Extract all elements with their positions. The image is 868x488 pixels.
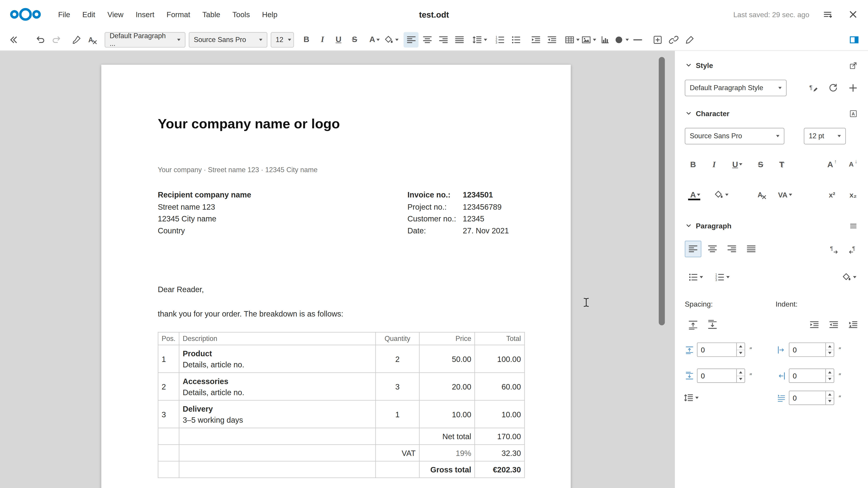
hanging-indent-button[interactable] <box>845 317 861 333</box>
character-spacing-button[interactable]: VA <box>774 186 796 203</box>
sidebar-clear-formatting-button[interactable] <box>753 186 770 203</box>
insert-object-button[interactable] <box>650 32 665 47</box>
salutation-text[interactable]: Dear Reader, <box>158 285 525 294</box>
document-canvas[interactable]: Your company name or logo Your company ·… <box>0 51 674 488</box>
document-page[interactable]: Your company name or logo Your company ·… <box>101 65 571 488</box>
recipient-street[interactable]: Street name 123 <box>158 201 291 213</box>
undo-icon[interactable] <box>33 32 48 47</box>
subscript-button[interactable]: x₂ <box>845 186 861 203</box>
style-section-header[interactable]: Style <box>685 59 858 72</box>
collapse-toolbar-icon[interactable] <box>5 32 20 47</box>
strikethrough-button[interactable]: S <box>347 32 362 47</box>
stepper[interactable] <box>825 369 834 382</box>
company-address-line[interactable]: Your company · Street name 123 · 12345 C… <box>158 165 525 174</box>
sidebar-underline-button[interactable]: U <box>727 156 748 173</box>
text-direction-ltr-button[interactable] <box>825 240 842 257</box>
close-icon[interactable] <box>846 7 860 22</box>
menu-table[interactable]: Table <box>196 7 226 22</box>
redo-icon[interactable] <box>49 32 64 47</box>
decrease-paragraph-spacing-button[interactable] <box>704 317 721 333</box>
spacing-below-spinner[interactable] <box>697 368 745 383</box>
table-row[interactable]: 2 AccessoriesDetails, article no. 3 20.0… <box>158 372 524 400</box>
sidebar-ordered-list-button[interactable] <box>711 269 733 285</box>
gross-total-row[interactable]: Gross total €202.30 <box>158 461 524 478</box>
sidebar-highlight-color-button[interactable] <box>710 186 731 203</box>
stepper[interactable] <box>825 343 834 356</box>
character-section-header[interactable]: Character <box>685 107 858 120</box>
track-changes-icon[interactable] <box>682 32 697 47</box>
menu-view[interactable]: View <box>101 7 129 22</box>
text-shadow-button[interactable]: T <box>773 156 790 173</box>
align-center-button[interactable] <box>420 32 434 47</box>
first-line-indent-spinner[interactable] <box>789 391 834 405</box>
sidebar-line-spacing-button[interactable] <box>680 390 702 406</box>
text-direction-rtl-button[interactable] <box>845 240 861 257</box>
insert-image-button[interactable] <box>581 32 596 47</box>
vertical-scrollbar[interactable] <box>659 57 665 325</box>
meta-row[interactable]: Date:27. Nov 2021 <box>407 225 525 237</box>
indent-after-spinner[interactable] <box>789 368 834 383</box>
stepper[interactable] <box>736 343 745 356</box>
character-dialog-icon[interactable] <box>848 109 858 118</box>
hide-menubar-icon[interactable] <box>820 7 835 22</box>
nextcloud-logo[interactable] <box>8 4 43 24</box>
sidebar-toggle-icon[interactable] <box>846 32 861 47</box>
menu-insert[interactable]: Insert <box>129 7 160 22</box>
intro-text[interactable]: thank you for your order. The breakdown … <box>158 309 525 319</box>
meta-row[interactable]: Project no.:123456789 <box>407 201 525 213</box>
insert-table-button[interactable] <box>564 32 580 47</box>
align-justify-button[interactable] <box>452 32 467 47</box>
update-style-icon[interactable] <box>825 80 841 96</box>
bold-button[interactable]: B <box>299 32 314 47</box>
spacing-above-spinner[interactable] <box>697 343 745 357</box>
sidebar-italic-button[interactable]: I <box>706 156 722 173</box>
sidebar-font-size-select[interactable]: 12 pt <box>804 128 846 144</box>
invoice-table[interactable]: Pos. Description Quantity Price Total 1 … <box>158 332 525 478</box>
sidebar-bullet-list-button[interactable] <box>685 269 706 285</box>
decrease-indent-button[interactable] <box>544 32 559 47</box>
highlight-color-button[interactable] <box>383 32 399 47</box>
font-name-select[interactable]: Source Sans Pro <box>189 32 268 47</box>
meta-row[interactable]: Customer no.:12345 <box>407 213 525 225</box>
increase-indent-button[interactable] <box>528 32 543 47</box>
clear-formatting-icon[interactable] <box>85 32 100 47</box>
sidebar-align-center-button[interactable] <box>704 240 721 257</box>
stepper[interactable] <box>825 391 834 404</box>
recipient-name[interactable]: Recipient company name <box>158 189 291 201</box>
sidebar-strikethrough-button[interactable]: S <box>752 156 769 173</box>
menu-tools[interactable]: Tools <box>226 7 256 22</box>
sidebar-font-color-button[interactable]: A <box>685 186 706 203</box>
align-left-button[interactable] <box>403 32 418 47</box>
company-heading[interactable]: Your company name or logo <box>158 116 525 132</box>
spacing-above-input[interactable] <box>698 346 736 354</box>
insert-horizontal-line-button[interactable] <box>630 32 645 47</box>
sidebar-align-left-button[interactable] <box>685 240 701 257</box>
sidebar-font-name-select[interactable]: Source Sans Pro <box>685 128 784 144</box>
indent-before-spinner[interactable] <box>789 343 834 357</box>
insert-chart-button[interactable] <box>597 32 612 47</box>
underline-button[interactable]: U <box>331 32 346 47</box>
meta-row[interactable]: Invoice no.:1234501 <box>407 189 525 201</box>
table-row[interactable]: 3 Delivery3–5 working days 1 10.00 10.00 <box>158 400 524 428</box>
align-right-button[interactable] <box>436 32 451 47</box>
menu-help[interactable]: Help <box>256 7 283 22</box>
first-line-indent-input[interactable] <box>789 394 825 402</box>
net-total-row[interactable]: Net total 170.00 <box>158 428 524 445</box>
table-row[interactable]: 1 ProductDetails, article no. 2 50.00 10… <box>158 345 524 372</box>
clone-formatting-icon[interactable] <box>69 32 84 47</box>
sidebar-align-right-button[interactable] <box>723 240 740 257</box>
paragraph-background-color-button[interactable] <box>838 269 859 285</box>
sidebar-increase-indent-button[interactable] <box>806 317 823 333</box>
menu-file[interactable]: File <box>52 7 76 22</box>
bullet-list-button[interactable] <box>508 32 523 47</box>
superscript-button[interactable]: x² <box>824 186 840 203</box>
recipient-block[interactable]: Recipient company name Street name 123 1… <box>158 189 291 237</box>
sidebar-decrease-indent-button[interactable] <box>825 317 842 333</box>
recipient-city[interactable]: 12345 City name <box>158 213 291 225</box>
paragraph-section-header[interactable]: Paragraph <box>685 219 858 232</box>
new-style-icon[interactable] <box>805 80 822 96</box>
invoice-meta-block[interactable]: Invoice no.:1234501 Project no.:12345678… <box>407 189 525 237</box>
sidebar-align-justify-button[interactable] <box>743 240 760 257</box>
line-spacing-button[interactable] <box>472 32 487 47</box>
stepper[interactable] <box>736 369 745 382</box>
